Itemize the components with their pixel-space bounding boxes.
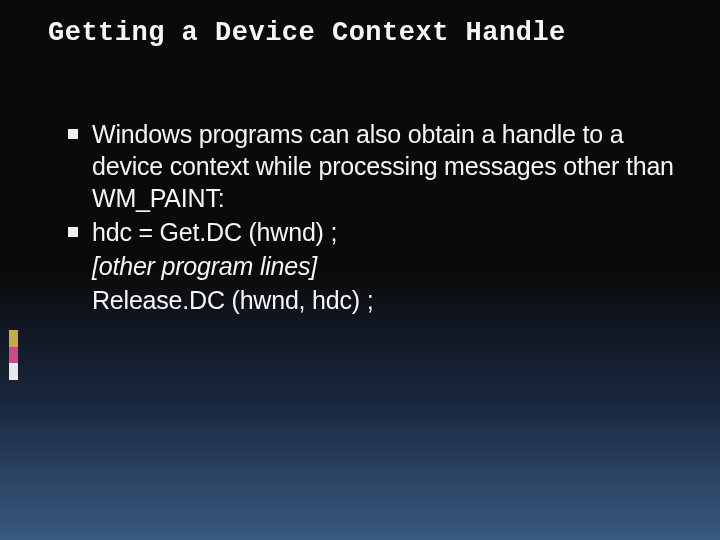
slide: Getting a Device Context Handle Windows …: [0, 0, 720, 540]
accent-segment-white: [9, 363, 18, 380]
list-item: hdc = Get.DC (hwnd) ;: [68, 216, 692, 248]
slide-content: Windows programs can also obtain a handl…: [48, 118, 692, 316]
bullet-text: hdc = Get.DC (hwnd) ;: [92, 216, 337, 248]
list-item: [other program lines]: [68, 250, 692, 282]
bullet-text: Windows programs can also obtain a handl…: [92, 118, 692, 214]
bullet-text: Release.DC (hwnd, hdc) ;: [92, 284, 373, 316]
list-item: Release.DC (hwnd, hdc) ;: [68, 284, 692, 316]
accent-segment-gold: [9, 330, 18, 347]
accent-color-bar: [9, 330, 18, 380]
accent-segment-pink: [9, 347, 18, 364]
bullet-text: [other program lines]: [92, 250, 317, 282]
slide-title: Getting a Device Context Handle: [48, 18, 692, 48]
bullet-icon: [68, 227, 78, 237]
bullet-icon: [68, 129, 78, 139]
list-item: Windows programs can also obtain a handl…: [68, 118, 692, 214]
